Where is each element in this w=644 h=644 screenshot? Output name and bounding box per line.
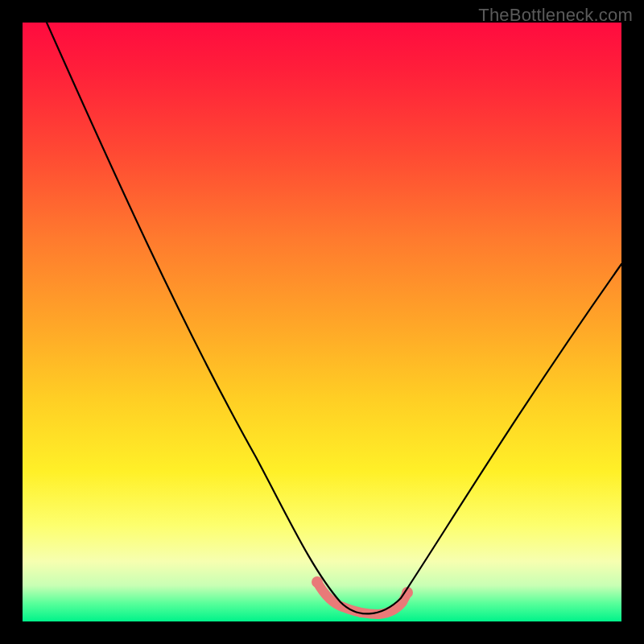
bottleneck-curve [23,23,621,621]
watermark-text: TheBottleneck.com [478,5,633,26]
optimal-range-start-dot [312,576,323,588]
plot-area [23,23,621,621]
curve-line [47,23,621,613]
chart-frame: TheBottleneck.com [0,0,644,644]
